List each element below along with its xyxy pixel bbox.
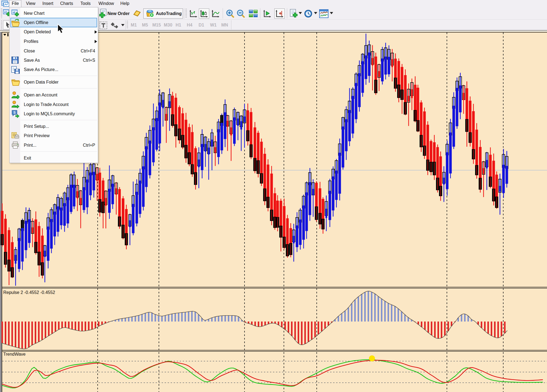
svg-text:TrendWave: TrendWave	[3, 352, 26, 356]
svg-text:Repulse 2 -0.4552 -0.4552: Repulse 2 -0.4552 -0.4552	[3, 290, 55, 295]
svg-text:S: S	[13, 111, 16, 114]
